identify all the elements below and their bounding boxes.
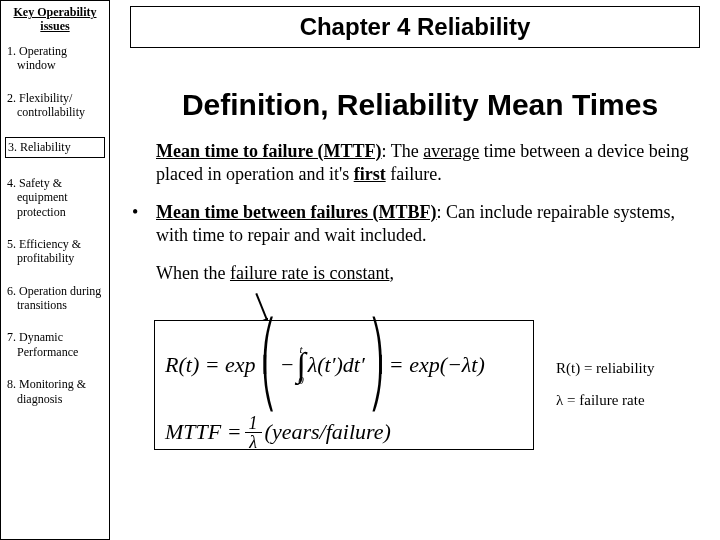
sidebar-item-5: 5. Efficiency & profitability bbox=[15, 237, 105, 266]
sidebar-item-7: 7. Dynamic Performance bbox=[15, 330, 105, 359]
sidebar-item-2: 2. Flexibility/ controllability bbox=[15, 91, 105, 120]
text-underlined: average bbox=[423, 141, 479, 161]
sidebar-item-1: 1. Operating window bbox=[15, 44, 105, 73]
bracket-open-icon: ⎛⎝ bbox=[260, 327, 274, 404]
eq-text: − bbox=[280, 352, 295, 378]
content-area: Mean time to failure (MTTF): The average… bbox=[130, 140, 710, 301]
sidebar-title: Key Operability issues bbox=[5, 5, 105, 34]
text-underlined: first bbox=[354, 164, 386, 184]
text: : The bbox=[382, 141, 424, 161]
bracket-close-icon: ⎞⎠ bbox=[370, 327, 384, 404]
fraction: 1 λ bbox=[245, 414, 262, 451]
sidebar-item-6: 6. Operation during transitions bbox=[15, 284, 105, 313]
text: When the bbox=[156, 263, 230, 283]
integral-icon: t ∫ 0 bbox=[296, 346, 305, 385]
sidebar-item-3: 3. Reliability bbox=[5, 137, 105, 157]
text: failure. bbox=[386, 164, 442, 184]
eq-text: (years/failure) bbox=[265, 419, 391, 445]
equation-mttf: MTTF = 1 λ (years/failure) bbox=[165, 414, 523, 451]
text-underlined: failure rate is constant bbox=[230, 263, 389, 283]
eq-text: λ(t′)dt′ bbox=[308, 352, 365, 378]
int-lower: 0 bbox=[298, 377, 304, 385]
definition-mttf: Mean time to failure (MTTF): The average… bbox=[130, 140, 710, 185]
definition-mtbf: Mean time between failures (MTBF): Can i… bbox=[130, 201, 710, 246]
text: , bbox=[389, 263, 394, 283]
eq-text: = exp(−λt) bbox=[389, 352, 485, 378]
sidebar-item-8: 8. Monitoring & diagnosis bbox=[15, 377, 105, 406]
formula-box: R(t) = exp ⎛⎝ − t ∫ 0 λ(t′)dt′ ⎞⎠ = exp(… bbox=[154, 320, 534, 450]
eq-text: R(t) = exp bbox=[165, 352, 256, 378]
frac-num: 1 bbox=[245, 414, 262, 433]
equation-reliability: R(t) = exp ⎛⎝ − t ∫ 0 λ(t′)dt′ ⎞⎠ = exp(… bbox=[165, 327, 523, 404]
term-mttf: Mean time to failure (MTTF) bbox=[156, 141, 382, 161]
eq-text: MTTF = bbox=[165, 419, 242, 445]
constant-rate-note: When the failure rate is constant, bbox=[130, 262, 710, 285]
note-reliability: R(t) = reliability bbox=[556, 360, 654, 377]
sidebar: Key Operability issues 1. Operating wind… bbox=[0, 0, 110, 540]
sidebar-item-4: 4. Safety & equipment protection bbox=[15, 176, 105, 219]
chapter-title-box: Chapter 4 Reliability bbox=[130, 6, 700, 48]
note-lambda: λ = failure rate bbox=[556, 392, 645, 409]
main-heading: Definition, Reliability Mean Times bbox=[130, 88, 710, 122]
term-mtbf: Mean time between failures (MTBF) bbox=[156, 202, 437, 222]
frac-den: λ bbox=[245, 433, 261, 451]
